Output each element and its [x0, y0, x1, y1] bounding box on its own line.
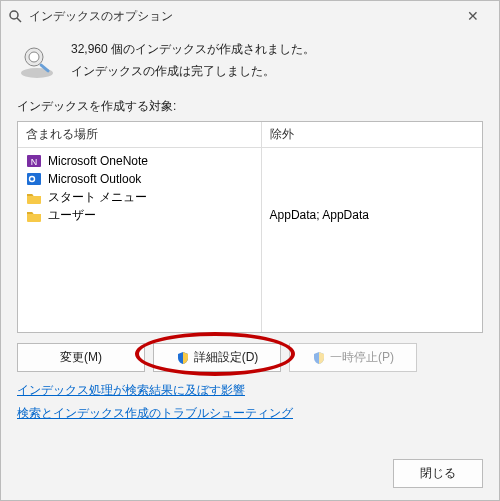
- onenote-icon: N: [26, 153, 42, 169]
- indexing-options-dialog: インデックスのオプション ✕ 32,960 個のインデックスが作成されました。 …: [0, 0, 500, 501]
- svg-point-10: [30, 177, 34, 181]
- list-item-exclude: [262, 170, 482, 188]
- close-button[interactable]: ✕: [453, 8, 493, 24]
- list-item-exclude: [262, 152, 482, 170]
- column-header-included[interactable]: 含まれる場所: [18, 122, 261, 148]
- folder-icon: [26, 189, 42, 205]
- uac-shield-icon: [176, 351, 190, 365]
- advanced-button[interactable]: 詳細設定(D): [153, 343, 281, 372]
- modify-button[interactable]: 変更(M): [17, 343, 145, 372]
- svg-text:N: N: [31, 157, 38, 167]
- button-row: 変更(M) 詳細設定(D) 一時停止(P): [1, 333, 499, 376]
- column-header-excluded[interactable]: 除外: [262, 122, 482, 148]
- status-area: 32,960 個のインデックスが作成されました。 インデックスの作成は完了しまし…: [1, 31, 499, 90]
- uac-shield-icon: [312, 351, 326, 365]
- index-complete: インデックスの作成は完了しました。: [71, 61, 483, 83]
- pause-button-label: 一時停止(P): [330, 349, 394, 366]
- exclude-text: AppData; AppData: [270, 208, 369, 222]
- column-body-excluded[interactable]: AppData; AppData: [262, 148, 482, 332]
- list-item-exclude: [262, 188, 482, 206]
- link-troubleshoot[interactable]: 検索とインデックス作成のトラブルシューティング: [17, 405, 483, 422]
- list-item[interactable]: NMicrosoft OneNote: [18, 152, 261, 170]
- column-body-included[interactable]: NMicrosoft OneNoteMicrosoft Outlookスタート …: [18, 148, 261, 332]
- index-count: 32,960 個のインデックスが作成されました。: [71, 39, 483, 61]
- pause-button: 一時停止(P): [289, 343, 417, 372]
- targets-label: インデックスを作成する対象:: [1, 90, 499, 121]
- list-item-label: Microsoft Outlook: [48, 172, 141, 186]
- list-item-label: Microsoft OneNote: [48, 154, 148, 168]
- status-text: 32,960 個のインデックスが作成されました。 インデックスの作成は完了しまし…: [71, 37, 483, 82]
- titlebar: インデックスのオプション ✕: [1, 1, 499, 31]
- help-links: インデックス処理が検索結果に及ぼす影響 検索とインデックス作成のトラブルシューテ…: [1, 376, 499, 430]
- advanced-button-label: 詳細設定(D): [194, 349, 259, 366]
- list-item-label: ユーザー: [48, 207, 96, 224]
- included-locations-list: 含まれる場所 NMicrosoft OneNoteMicrosoft Outlo…: [17, 121, 483, 333]
- link-index-affects-search[interactable]: インデックス処理が検索結果に及ぼす影響: [17, 382, 483, 399]
- close-dialog-button[interactable]: 閉じる: [393, 459, 483, 488]
- index-status-icon: [17, 41, 57, 81]
- svg-line-1: [17, 18, 21, 22]
- footer: 閉じる: [1, 451, 499, 500]
- list-item-exclude: AppData; AppData: [262, 206, 482, 224]
- window-title: インデックスのオプション: [29, 8, 453, 25]
- list-item[interactable]: Microsoft Outlook: [18, 170, 261, 188]
- svg-point-0: [10, 11, 18, 19]
- svg-point-4: [29, 52, 39, 62]
- list-item[interactable]: ユーザー: [18, 206, 261, 224]
- outlook-icon: [26, 171, 42, 187]
- list-item-label: スタート メニュー: [48, 189, 147, 206]
- folder-icon: [26, 207, 42, 223]
- indexing-title-icon: [7, 8, 23, 24]
- list-item[interactable]: スタート メニュー: [18, 188, 261, 206]
